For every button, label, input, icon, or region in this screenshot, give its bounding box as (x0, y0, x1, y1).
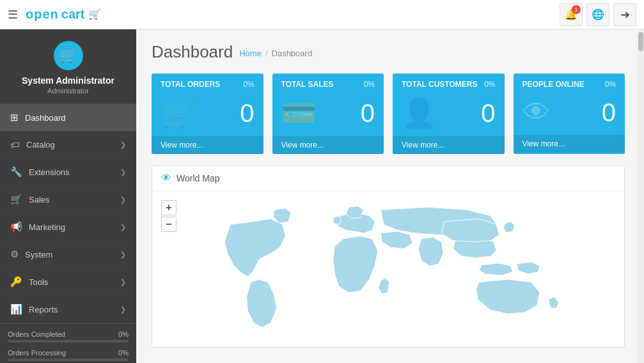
stat-pct: 0% (118, 330, 129, 338)
view-more-customers-button[interactable]: View more... (393, 136, 505, 154)
view-more-label: View more... (522, 139, 565, 148)
world-map-svg (184, 197, 618, 338)
dashboard-icon: ⊞ (10, 112, 19, 123)
stat-bar (8, 359, 129, 361)
view-more-label: View more... (402, 141, 444, 150)
credit-card-icon: 💳 (281, 97, 317, 130)
sidebar-item-extensions[interactable]: 🔧 Extensions ❯ (0, 158, 136, 186)
marketing-icon: 📢 (10, 221, 22, 233)
zoom-in-button[interactable]: + (161, 200, 177, 215)
avatar-icon: 🛒 (59, 47, 77, 64)
card-pct: 0% (364, 80, 375, 89)
sidebar-item-marketing[interactable]: 📢 Marketing ❯ (0, 213, 136, 241)
chevron-right-icon: ❯ (120, 251, 126, 259)
map-title: World Map (177, 173, 219, 183)
sidebar-item-reports[interactable]: 📊 Reports ❯ (0, 296, 136, 323)
reports-icon: 📊 (10, 304, 22, 315)
notification-badge: 1 (572, 5, 581, 14)
view-more-online-button[interactable]: View more... (514, 135, 625, 153)
tools-icon: 🔑 (10, 276, 22, 288)
eye-icon: 👁 (522, 97, 551, 128)
map-body: + − (152, 191, 624, 347)
stat-cards: TOTAL ORDERS 0% 🛒 0 View more... TOTAL S… (152, 73, 625, 154)
stat-card-total-sales: TOTAL SALES 0% 💳 0 View more... (272, 73, 384, 154)
card-title: TOTAL SALES (281, 80, 334, 89)
eye-map-icon: 👁 (161, 173, 171, 184)
content: Dashboard Home / Dashboard TOTAL ORDERS … (136, 29, 638, 363)
sidebar-nav: ⊞ Dashboard 🏷 Catalog ❯ 🔧 Extensions ❯ (0, 104, 136, 323)
sales-icon: 🛒 (10, 194, 22, 205)
sidebar-username: System Administrator (8, 75, 129, 86)
map-header: 👁 World Map (152, 166, 624, 191)
topbar-right: 🔔 1 🌐 ➜ (560, 3, 636, 26)
chevron-right-icon: ❯ (120, 141, 126, 149)
logo-text: open (26, 7, 59, 22)
breadcrumb-home[interactable]: Home (239, 49, 262, 58)
stat-card-total-orders: TOTAL ORDERS 0% 🛒 0 View more... (152, 73, 263, 154)
map-controls: + − (161, 200, 177, 232)
breadcrumb-separator: / (265, 49, 268, 58)
stat-pct: 0% (118, 349, 129, 357)
sidebar-user: 🛒 System Administrator Administrator (0, 29, 136, 104)
chevron-right-icon: ❯ (120, 278, 126, 286)
card-pct: 0% (605, 80, 616, 89)
topbar: ☰ opencart🛒 🔔 1 🌐 ➜ (0, 0, 644, 29)
card-pct: 0% (484, 80, 495, 89)
logo-text2: cart (61, 7, 85, 22)
sidebar-item-label: Reports (29, 305, 58, 314)
sidebar-item-label: Catalog (26, 140, 55, 150)
sidebar-item-catalog[interactable]: 🏷 Catalog ❯ (0, 132, 136, 158)
chevron-right-icon: ❯ (120, 223, 126, 231)
scrollbar[interactable] (638, 29, 644, 363)
chevron-right-icon: ❯ (120, 305, 126, 314)
sidebar-role: Administrator (8, 87, 129, 95)
card-title: TOTAL CUSTOMERS (402, 80, 477, 89)
globe-button[interactable]: 🌐 (586, 3, 609, 26)
sidebar-item-label: Marketing (29, 222, 65, 232)
stat-card-people-online: PEOPLE ONLINE 0% 👁 0 View more... (514, 73, 625, 154)
hamburger-icon[interactable]: ☰ (8, 8, 18, 22)
extensions-icon: 🔧 (10, 166, 22, 178)
notifications-button[interactable]: 🔔 1 (560, 3, 583, 26)
view-more-label: View more... (281, 141, 324, 150)
sidebar: 🛒 System Administrator Administrator ⊞ D… (0, 29, 136, 363)
view-more-sales-button[interactable]: View more... (272, 136, 384, 154)
main-layout: 🛒 System Administrator Administrator ⊞ D… (0, 29, 644, 363)
card-value: 0 (361, 99, 375, 128)
page-header: Dashboard Home / Dashboard (152, 42, 625, 62)
sidebar-item-label: Sales (29, 195, 50, 205)
avatar: 🛒 (54, 41, 83, 70)
chevron-right-icon: ❯ (120, 196, 126, 204)
card-title: TOTAL ORDERS (161, 80, 220, 89)
catalog-icon: 🏷 (10, 139, 20, 150)
stat-orders-completed: Orders Completed 0% (8, 330, 129, 343)
view-more-orders-button[interactable]: View more... (152, 136, 263, 154)
signout-icon: ➜ (620, 8, 630, 22)
signout-button[interactable]: ➜ (613, 3, 636, 26)
chevron-right-icon: ❯ (120, 168, 126, 176)
breadcrumb-current: Dashboard (272, 49, 313, 58)
card-value: 0 (602, 98, 616, 127)
scroll-thumb[interactable] (638, 32, 643, 51)
breadcrumb: Home / Dashboard (239, 49, 312, 58)
sidebar-item-system[interactable]: ⚙ System ❯ (0, 241, 136, 268)
page-title: Dashboard (152, 42, 233, 62)
logo-icon: 🛒 (88, 8, 101, 20)
stat-label: Orders Completed (8, 330, 65, 338)
stat-bar (8, 340, 129, 343)
view-more-label: View more... (161, 141, 203, 150)
card-value: 0 (481, 99, 495, 128)
cart-icon: 🛒 (161, 97, 196, 130)
zoom-out-button[interactable]: − (161, 217, 177, 232)
topbar-left: ☰ opencart🛒 (8, 7, 101, 22)
world-map-panel: 👁 World Map + − (152, 166, 625, 348)
sidebar-item-dashboard[interactable]: ⊞ Dashboard (0, 104, 136, 132)
logo: opencart🛒 (26, 7, 101, 22)
sidebar-item-tools[interactable]: 🔑 Tools ❯ (0, 268, 136, 296)
system-icon: ⚙ (10, 249, 19, 260)
person-icon: 👤 (402, 97, 437, 130)
sidebar-item-sales[interactable]: 🛒 Sales ❯ (0, 186, 136, 213)
card-title: PEOPLE ONLINE (522, 80, 585, 89)
card-pct: 0% (243, 80, 254, 89)
card-value: 0 (240, 99, 254, 128)
